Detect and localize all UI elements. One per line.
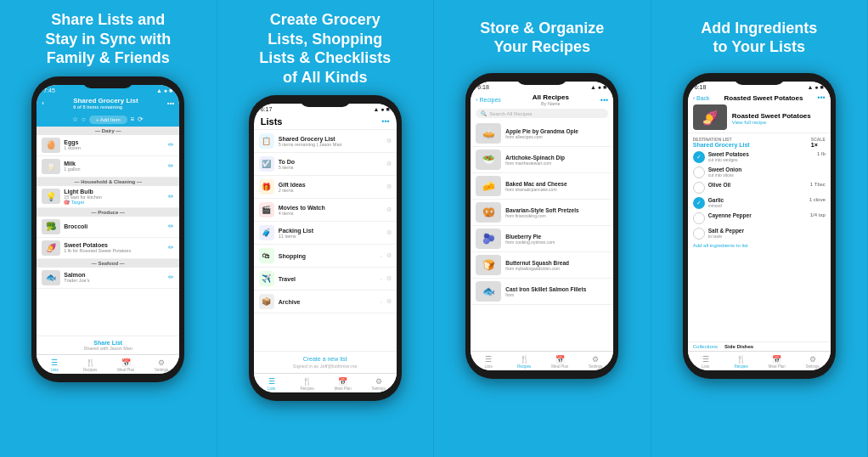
edit-icon[interactable]: ✏: [168, 244, 174, 251]
edit-icon[interactable]: ✏: [168, 193, 174, 200]
screen1-content: — Dairy — 🥚 Eggs 1 dozen ✏ 🥛 Milk 1 gall…: [37, 127, 179, 336]
tab-mealplan4[interactable]: 📅 Meal Plan: [759, 355, 795, 369]
toolbar1: ☆ ○ + Add Item ≡ ⟳: [37, 113, 179, 127]
back-icon1[interactable]: ‹: [42, 99, 44, 107]
ingredient-checkbox[interactable]: [693, 212, 705, 224]
tab-mealplan3[interactable]: 📅 Meal Plan: [542, 355, 578, 369]
add-all-button[interactable]: Add all ingredients to list: [688, 241, 831, 250]
list-row-icon: 🛍: [259, 248, 274, 263]
ingredient-icon[interactable]: ✓: [693, 197, 705, 209]
list-item[interactable]: 🐟 Salmon Trader Joe's ✏: [37, 268, 179, 289]
recipe-row[interactable]: 🧀 Baked Mac and Cheese from dramaticpanc…: [471, 173, 613, 200]
recipes-nav: ‹ Recipes All Recipes By Name •••: [476, 93, 608, 106]
ingredient-checkbox[interactable]: [693, 228, 705, 240]
recipe-row[interactable]: 🫐 Blueberry Pie from cooking.nytimes.com: [471, 226, 613, 252]
list-row[interactable]: 🎬 Movies to Watch 4 items ⚙: [254, 199, 397, 222]
recipes-header: ‹ Recipes All Recipes By Name ••• 🔍 Sear…: [471, 92, 613, 121]
gear-icon[interactable]: ⚙: [386, 138, 392, 144]
tab-settings[interactable]: ⚙ Settings: [144, 358, 179, 372]
edit-icon[interactable]: ✏: [168, 141, 174, 149]
check-icon[interactable]: ○: [82, 116, 86, 123]
list-row[interactable]: 🎁 Gift Ideas 2 items ⚙: [254, 176, 397, 199]
edit-icon[interactable]: ✏: [168, 162, 174, 170]
tab-settings4[interactable]: ⚙ Settings: [795, 355, 831, 369]
list-row[interactable]: ✈️ Travel › ⚙: [254, 268, 397, 291]
recipes-back-button[interactable]: ‹ Recipes: [476, 97, 501, 103]
more-icon1[interactable]: •••: [167, 99, 174, 107]
gear-icon[interactable]: ⚙: [386, 229, 392, 236]
gear-icon[interactable]: ⚙: [386, 298, 392, 305]
gear-icon[interactable]: ⚙: [386, 275, 392, 282]
gear-icon[interactable]: ⚙: [386, 206, 392, 213]
signals1: ▲ ● ■: [156, 87, 172, 93]
tab-recipes4[interactable]: 🍴 Recipes: [724, 355, 759, 369]
tab-recipes[interactable]: 🍴 Recipes: [72, 358, 108, 372]
gear-icon[interactable]: ⚙: [386, 183, 392, 190]
add-item-button[interactable]: + Add Item: [89, 116, 127, 124]
tab-lists2[interactable]: ☰ Lists: [254, 377, 290, 391]
section-produce: — Produce —: [37, 208, 179, 217]
list-item[interactable]: 🍠 Sweet Potatoes 1 lb for Roasted Sweet …: [37, 238, 179, 259]
list-item[interactable]: 🥦 Broccoli ✏: [37, 217, 179, 238]
star-icon[interactable]: ☆: [72, 116, 78, 123]
view-recipe-link[interactable]: View full recipe: [732, 120, 811, 125]
lists-tab-icon: ☰: [51, 358, 58, 367]
recipe-row[interactable]: 🍞 Butternut Squash Bread from mybakingad…: [471, 252, 613, 279]
side-dishes-tab[interactable]: Side Dishes: [724, 344, 753, 349]
recipe-row[interactable]: 🐟 Cast Iron Skillet Salmon Fillets from: [471, 279, 613, 305]
list-item[interactable]: 🥚 Eggs 1 dozen ✏: [37, 135, 179, 156]
detail-back-button[interactable]: ‹ Back: [693, 95, 710, 101]
bottom-tabs3: ☰ Lists 🍴 Recipes 📅 Meal Plan ⚙ Settings: [471, 351, 613, 370]
recipe-row[interactable]: 🥨 Bavarian-Style Soft Pretzels from fine…: [471, 200, 613, 226]
edit-icon[interactable]: ✏: [168, 274, 174, 281]
detail-nav: ‹ Back Roasted Sweet Potatoes •••: [693, 93, 826, 102]
ingredient-row: ✓ Garlic minced 1 clove: [688, 195, 831, 211]
tab-recipes3[interactable]: 🍴 Recipes: [506, 355, 542, 369]
dest-list-value[interactable]: Shared Grocery List: [693, 142, 811, 148]
list-row[interactable]: ☑️ To Do 5 items ⚙: [254, 153, 397, 176]
create-list-button[interactable]: Create a new list: [258, 356, 392, 362]
ing-amount: 1 clove: [809, 197, 826, 202]
tab-settings3[interactable]: ⚙ Settings: [578, 355, 613, 369]
tab-settings2[interactable]: ⚙ Settings: [361, 377, 397, 391]
list-item[interactable]: 🥛 Milk 1 gallon ✏: [37, 156, 179, 178]
collections-label[interactable]: Collections: [693, 344, 718, 349]
ingredient-icon[interactable]: ✓: [693, 151, 705, 163]
panel-add-ingredients: Add Ingredientsto Your Lists 6:18 ▲ ● ■ …: [651, 0, 869, 457]
list-icon-tb[interactable]: ≡: [131, 116, 135, 123]
recipe-search-bar[interactable]: 🔍 Search All Recipes: [476, 109, 608, 118]
edit-icon[interactable]: ✏: [168, 223, 174, 230]
time3: 6:18: [477, 84, 489, 90]
more-icon3[interactable]: •••: [600, 96, 608, 104]
tab-lists[interactable]: ☰ Lists: [37, 358, 72, 372]
tab-mealplan2[interactable]: 📅 Meal Plan: [325, 377, 361, 391]
time4: 6:18: [695, 84, 707, 90]
more-icon2[interactable]: •••: [381, 117, 389, 126]
tab-lists4[interactable]: ☰ Lists: [688, 355, 724, 369]
recipe-row[interactable]: 🥗 Artichoke-Spinach Dip from marthestewa…: [471, 147, 613, 173]
panel-create-lists: Create GroceryLists, ShoppingLists & Che…: [217, 0, 435, 457]
ingredient-checkbox[interactable]: [693, 166, 705, 178]
more-icon4[interactable]: •••: [817, 93, 825, 102]
tab-recipes2[interactable]: 🍴 Recipes: [290, 377, 325, 391]
recipe-row[interactable]: 🥧 Apple Pie by Grandma Ople from allreci…: [471, 121, 613, 147]
gear-icon[interactable]: ⚙: [386, 252, 392, 259]
tab-mealplan[interactable]: 📅 Meal Plan: [108, 358, 144, 372]
share-list-button[interactable]: Share List: [42, 340, 174, 346]
item-thumb: 🥛: [42, 159, 60, 174]
phone3: 6:18 ▲ ● ■ ‹ Recipes All Recipes By Name…: [465, 73, 618, 379]
list-item[interactable]: 💡 Light Bulb 15 watt for kitchen 🎯 Targe…: [37, 186, 179, 208]
list-row[interactable]: 📦 Archive › ⚙: [254, 291, 397, 313]
gear-icon[interactable]: ⚙: [386, 161, 392, 167]
ingredient-checkbox[interactable]: [693, 182, 705, 194]
list-row[interactable]: 🧳 Packing List 11 items ⚙: [254, 222, 397, 245]
tab-lists3[interactable]: ☰ Lists: [471, 355, 506, 369]
notch1: [82, 76, 133, 88]
scale-value[interactable]: 1×: [811, 142, 826, 148]
lists-tab-icon2: ☰: [268, 377, 275, 386]
list-row[interactable]: 🛍 Shopping › ⚙: [254, 245, 397, 268]
mealplan-tab-icon2: 📅: [338, 377, 347, 386]
recipes-tab-icon2: 🍴: [302, 377, 312, 386]
list-row[interactable]: 📋 Shared Grocery List 5 items remaining …: [254, 130, 397, 153]
recipe-thumb: 🥨: [476, 202, 501, 223]
